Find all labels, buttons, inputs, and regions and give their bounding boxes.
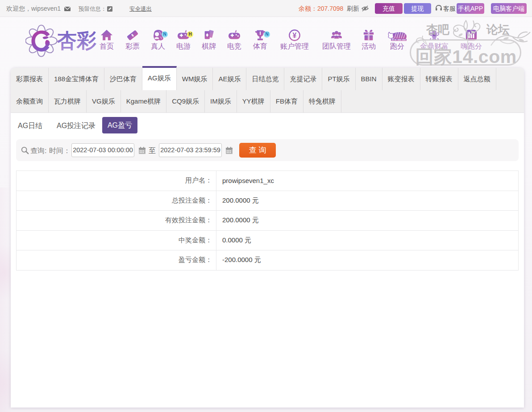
svg-text:杏彩: 杏彩 bbox=[57, 29, 96, 51]
svg-text:¥: ¥ bbox=[293, 32, 297, 39]
